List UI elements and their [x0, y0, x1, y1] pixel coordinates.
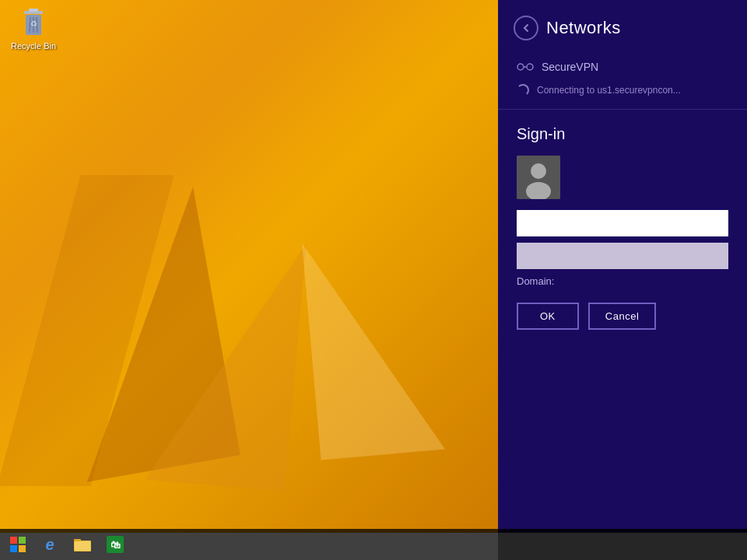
ok-button[interactable]: OK [517, 303, 579, 330]
connecting-text: Connecting to us1.securevpncon... [537, 85, 681, 96]
taskbar: e 🛍 [0, 529, 498, 560]
username-input[interactable] [517, 210, 728, 236]
svg-rect-9 [10, 545, 17, 552]
connecting-status: Connecting to us1.securevpncon... [498, 78, 747, 103]
desktop: ♻ Recycle Bin [0, 0, 498, 533]
signin-buttons: OK Cancel [517, 303, 728, 330]
back-button[interactable] [514, 16, 538, 40]
domain-label: Domain: [517, 275, 728, 287]
svg-text:♻: ♻ [30, 19, 37, 28]
networks-panel: Networks SecureVPN Connecting to us1.sec… [498, 0, 747, 533]
recycle-bin-label: Recycle Bin [11, 41, 56, 51]
taskbar-right [498, 529, 747, 560]
start-button[interactable] [3, 530, 33, 558]
cancel-button[interactable]: Cancel [588, 303, 656, 330]
panel-bottom [498, 342, 747, 533]
networks-header: Networks [498, 0, 747, 53]
password-input[interactable] [517, 243, 728, 269]
svg-point-20 [531, 163, 546, 179]
vpn-name: SecureVPN [542, 61, 598, 73]
ie-button[interactable]: e [34, 530, 65, 558]
user-avatar [517, 156, 560, 199]
signin-title: Sign-in [517, 125, 728, 143]
svg-point-16 [517, 64, 524, 70]
vpn-icon [517, 61, 534, 72]
ie-icon: e [45, 536, 54, 554]
bg-shape-4 [302, 233, 445, 460]
svg-rect-10 [19, 545, 26, 552]
divider [498, 109, 747, 110]
bg-shape-3 [145, 232, 306, 492]
networks-title: Networks [546, 18, 621, 38]
svg-rect-8 [19, 537, 26, 544]
vpn-entry[interactable]: SecureVPN [498, 53, 747, 78]
file-explorer-button[interactable] [67, 530, 98, 558]
svg-point-17 [527, 64, 533, 70]
store-button[interactable]: 🛍 [100, 530, 131, 558]
recycle-bin-image: ♻ [18, 6, 49, 39]
svg-rect-13 [75, 541, 90, 551]
svg-text:🛍: 🛍 [110, 539, 121, 551]
loading-spinner [517, 84, 529, 96]
svg-rect-7 [10, 537, 17, 544]
signin-section: Sign-in Domain: OK Cancel [498, 116, 747, 342]
svg-rect-1 [29, 9, 38, 12]
recycle-bin-icon[interactable]: ♻ Recycle Bin [6, 6, 61, 51]
